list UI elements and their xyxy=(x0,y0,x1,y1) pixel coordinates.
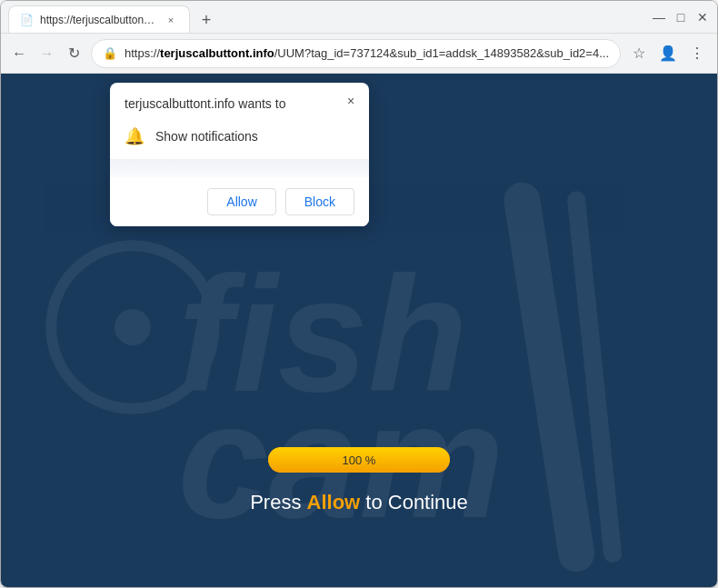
permission-label: Show notifications xyxy=(155,129,258,144)
page-bottom-content: 100 % Press Allow to Continue xyxy=(1,447,717,514)
dialog-header: terjuscalbuttont.info wants to × xyxy=(110,83,369,121)
window-controls: — □ ✕ xyxy=(652,10,710,25)
block-button[interactable]: Block xyxy=(285,188,354,215)
refresh-button[interactable]: ↻ xyxy=(64,41,85,66)
url-display: https://terjuscalbuttont.info/UUM?tag_id… xyxy=(125,46,609,60)
dialog-close-button[interactable]: × xyxy=(342,92,360,110)
address-bar[interactable]: 🔒 https://terjuscalbuttont.info/UUM?tag_… xyxy=(91,39,621,68)
profile-button[interactable]: 👤 xyxy=(655,41,681,66)
ssl-lock-icon: 🔒 xyxy=(103,46,117,60)
tab-area: 📄 https://terjuscalbuttont.info/UUM × + xyxy=(8,1,648,33)
new-tab-button[interactable]: + xyxy=(194,7,219,33)
forward-button[interactable]: → xyxy=(35,41,57,66)
tab-favicon-icon: 📄 xyxy=(20,14,33,26)
progress-label: 100 % xyxy=(343,453,376,467)
close-button[interactable]: ✕ xyxy=(695,10,710,25)
cta-after: to Continue xyxy=(360,491,468,513)
bookmark-star-button[interactable]: ☆ xyxy=(626,41,652,66)
dialog-permission-row: 🔔 Show notifications xyxy=(110,121,369,159)
minimize-button[interactable]: — xyxy=(652,10,666,25)
back-button[interactable]: ← xyxy=(8,41,30,66)
cta-text: Press Allow to Continue xyxy=(250,491,468,514)
page-content: fish cam 100 % Press Allow to Continue t… xyxy=(1,74,717,587)
navigation-bar: ← → ↻ 🔒 https://terjuscalbuttont.info/UU… xyxy=(1,34,717,74)
notification-dialog: terjuscalbuttont.info wants to × 🔔 Show … xyxy=(110,83,369,226)
url-suffix: /UUM?tag_id=737124&sub_id1=addsk_1489358… xyxy=(274,46,609,60)
title-bar: 📄 https://terjuscalbuttont.info/UUM × + … xyxy=(1,1,717,34)
svg-point-1 xyxy=(115,309,151,345)
bell-icon: 🔔 xyxy=(125,126,145,146)
menu-button[interactable]: ⋮ xyxy=(684,41,710,66)
nav-right-icons: ☆ 👤 ⋮ xyxy=(626,41,710,66)
browser-tab[interactable]: 📄 https://terjuscalbuttont.info/UUM × xyxy=(8,5,190,33)
cta-allow-word: Allow xyxy=(307,491,361,513)
tab-title: https://terjuscalbuttont.info/UUM xyxy=(40,14,156,26)
progress-bar-container: 100 % xyxy=(268,447,450,473)
url-prefix: https:// xyxy=(125,46,160,60)
cta-before: Press xyxy=(250,491,306,513)
browser-window: 📄 https://terjuscalbuttont.info/UUM × + … xyxy=(0,0,718,588)
url-domain: terjuscalbuttont.info xyxy=(160,46,274,60)
dialog-title: terjuscalbuttont.info wants to xyxy=(125,96,285,111)
maximize-button[interactable]: □ xyxy=(673,10,688,25)
allow-button[interactable]: Allow xyxy=(207,188,275,215)
dialog-buttons: Allow Block xyxy=(110,177,369,226)
tab-close-button[interactable]: × xyxy=(164,13,178,27)
dialog-gradient-divider xyxy=(110,159,369,177)
